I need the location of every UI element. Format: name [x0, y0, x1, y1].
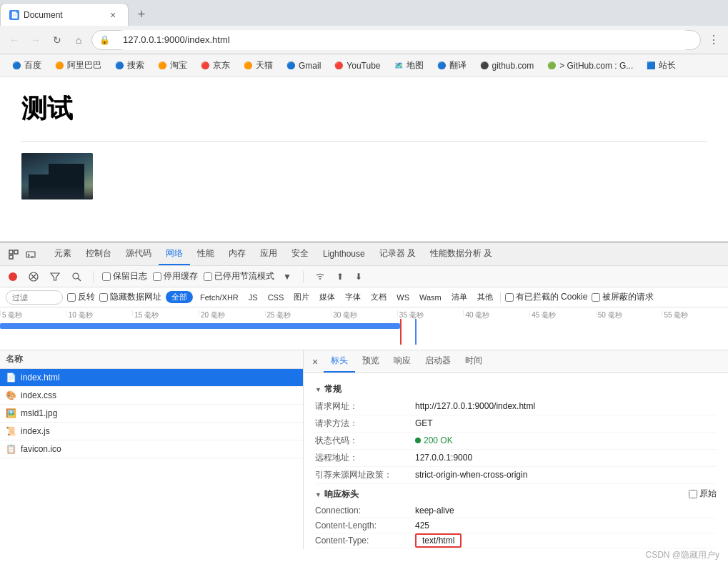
record-button[interactable] — [6, 271, 20, 282]
tab-bar: 📄 Document × + — [0, 0, 728, 26]
file-item-favicon-ico[interactable]: 📋 favicon.ico — [0, 440, 303, 458]
file-name: favicon.ico — [21, 444, 61, 454]
wifi-button[interactable] — [312, 272, 328, 282]
home-button[interactable]: ⌂ — [70, 31, 87, 49]
tick-20ms: 20 毫秒 — [199, 310, 265, 316]
tab-network[interactable]: 网络 — [159, 243, 190, 265]
inspector-icon[interactable] — [6, 247, 21, 262]
new-tab-button[interactable]: + — [131, 4, 151, 24]
filter-input[interactable] — [6, 290, 63, 305]
translate-icon: 🔵 — [437, 61, 447, 71]
throttle-dropdown[interactable]: ▼ — [280, 270, 294, 283]
page-divider — [21, 141, 707, 142]
filter-divider — [500, 292, 501, 302]
bookmark-zhanzhang[interactable]: 🟦 站长 — [640, 57, 682, 74]
content-length-row: Content-Length: 425 — [315, 518, 717, 533]
bookmark-gmail[interactable]: 🔵 Gmail — [280, 59, 326, 73]
bookmark-search[interactable]: 🔵 搜索 — [109, 57, 150, 74]
filter-media[interactable]: 媒体 — [316, 291, 338, 303]
filter-all[interactable]: 全部 — [166, 291, 193, 303]
forward-button[interactable]: → — [27, 31, 44, 49]
bookmark-baidu[interactable]: 🔵 百度 — [6, 57, 47, 74]
clear-icon — [29, 272, 39, 282]
active-tab[interactable]: 📄 Document × — [0, 3, 129, 26]
tab-sources[interactable]: 源代码 — [119, 243, 159, 265]
refresh-button[interactable]: ↻ — [49, 31, 66, 49]
timeline[interactable]: 5 毫秒 10 毫秒 15 毫秒 20 毫秒 25 毫秒 30 毫秒 35 毫秒… — [0, 307, 728, 350]
detail-tab-timing[interactable]: 时间 — [458, 350, 489, 373]
filter-wasm[interactable]: Wasm — [417, 292, 444, 302]
filter-js[interactable]: JS — [246, 292, 261, 302]
disable-cache-checkbox[interactable]: 停用缓存 — [153, 270, 198, 282]
blocked-requests-checkbox[interactable]: 被屏蔽的请求 — [592, 291, 654, 303]
bookmark-translate[interactable]: 🔵 翻译 — [431, 57, 472, 74]
preserve-log-checkbox[interactable]: 保留日志 — [102, 270, 147, 282]
bookmark-github[interactable]: ⚫ github.com — [474, 59, 540, 73]
wifi-icon — [315, 273, 325, 280]
download-button[interactable]: ⬇ — [352, 270, 365, 283]
hide-data-url-checkbox[interactable]: 隐藏数据网址 — [99, 291, 161, 303]
address-input[interactable] — [114, 30, 693, 50]
tab-application[interactable]: 应用 — [253, 243, 284, 265]
tab-console[interactable]: 控制台 — [79, 243, 119, 265]
tab-security[interactable]: 安全 — [284, 243, 316, 265]
search-button[interactable] — [69, 270, 84, 283]
blocked-cookie-checkbox[interactable]: 有已拦截的 Cookie — [505, 291, 588, 303]
tab-perf-insights[interactable]: 性能数据分析 及 — [423, 243, 499, 265]
tick-40ms: 40 毫秒 — [463, 310, 529, 316]
detail-close-button[interactable]: × — [306, 353, 324, 370]
throttle-checkbox[interactable]: 已停用节流模式 — [204, 270, 274, 282]
bookmark-jingdong[interactable]: 🔴 京东 — [194, 57, 236, 74]
filter-fetch-xhr[interactable]: Fetch/XHR — [197, 292, 241, 302]
bookmark-taobao[interactable]: 🟠 淘宝 — [151, 57, 193, 74]
original-checkbox[interactable]: 原始 — [689, 488, 717, 500]
console-icon[interactable] — [23, 247, 39, 262]
filter-css[interactable]: CSS — [265, 292, 287, 302]
tab-lighthouse[interactable]: Lighthouse — [316, 245, 372, 265]
filter-doc[interactable]: 文档 — [368, 291, 389, 303]
file-name: msld1.jpg — [21, 408, 57, 418]
filter-font[interactable]: 字体 — [342, 291, 364, 303]
connection-value: keep-alive — [415, 506, 717, 516]
request-method-row: 请求方法： GET — [315, 415, 717, 433]
bookmark-label: 百度 — [24, 59, 41, 72]
back-button[interactable]: ← — [6, 31, 23, 49]
content-type-value: text/html — [415, 536, 717, 546]
detail-tab-preview[interactable]: 预览 — [355, 350, 387, 373]
detail-tab-headers[interactable]: 标头 — [324, 350, 355, 373]
tab-memory[interactable]: 内存 — [221, 243, 253, 265]
filter-other[interactable]: 其他 — [474, 291, 496, 303]
invert-filter-checkbox[interactable]: 反转 — [67, 291, 95, 303]
tab-elements[interactable]: 元素 — [47, 243, 79, 265]
filter-img[interactable]: 图片 — [291, 291, 312, 303]
file-name: index.css — [21, 390, 56, 400]
devtools: 元素 控制台 源代码 网络 性能 内存 应用 安全 Lighthouse 记录器… — [0, 242, 728, 549]
clear-button[interactable] — [26, 270, 41, 283]
bookmark-alibaba[interactable]: 🟠 阿里巴巴 — [49, 57, 107, 74]
more-options-button[interactable]: ⋮ — [705, 31, 722, 49]
bookmark-youtube[interactable]: 🔴 YouTube — [328, 59, 386, 73]
upload-button[interactable]: ⬆ — [334, 270, 346, 283]
bookmark-maps[interactable]: 🗺️ 地图 — [388, 57, 429, 74]
filter-toggle-button[interactable] — [47, 270, 63, 283]
timeline-marker-blue — [415, 319, 417, 345]
filter-manifest[interactable]: 清单 — [449, 291, 470, 303]
response-headers-header[interactable]: 响应标头 — [315, 484, 359, 503]
divider — [93, 271, 94, 282]
response-headers-section: 响应标头 原始 — [315, 484, 717, 503]
tab-recorder[interactable]: 记录器 及 — [372, 243, 423, 265]
general-section-header[interactable]: 常规 — [315, 379, 717, 398]
file-item-msld1-jpg[interactable]: 🖼️ msld1.jpg — [0, 405, 303, 423]
bookmark-github2[interactable]: 🟢 > GitHub.com : G... — [541, 59, 639, 73]
bookmark-tianmao[interactable]: 🟠 天猫 — [237, 57, 279, 74]
detail-tab-initiator[interactable]: 启动器 — [418, 350, 458, 373]
bookmark-label: github.com — [492, 61, 534, 71]
file-item-index-css[interactable]: 🎨 index.css — [0, 387, 303, 405]
filter-ws[interactable]: WS — [394, 292, 412, 302]
detail-tab-response[interactable]: 响应 — [387, 350, 418, 373]
tab-close-button[interactable]: × — [106, 9, 119, 21]
file-item-index-html[interactable]: 📄 index.html — [0, 369, 303, 387]
svg-rect-1 — [14, 250, 18, 254]
tab-performance[interactable]: 性能 — [190, 243, 221, 265]
file-item-index-js[interactable]: 📜 index.js — [0, 423, 303, 440]
